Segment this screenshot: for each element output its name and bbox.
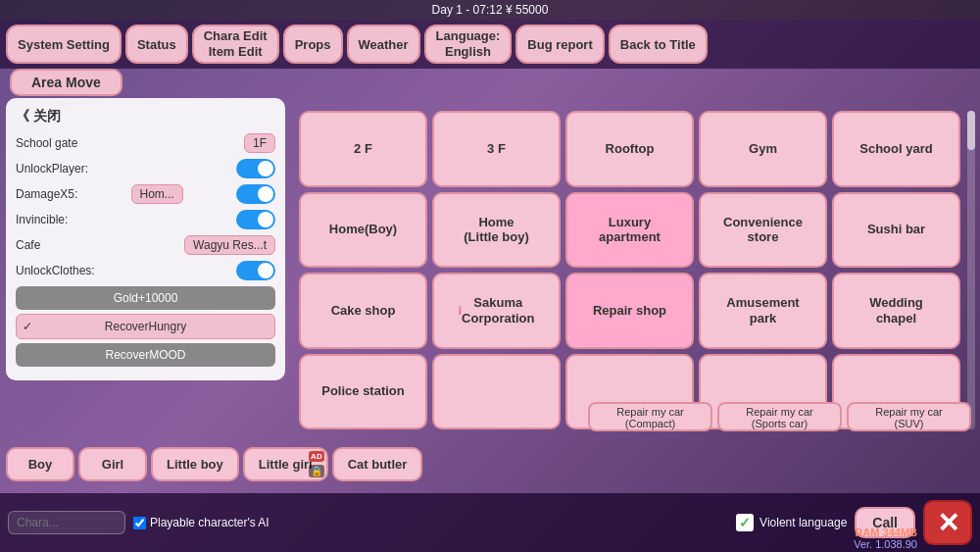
char-girl-btn[interactable]: Girl xyxy=(78,447,147,481)
location-grid-wrapper: 2 F 3 F Rooftop Gym School yard Home(Boy… xyxy=(294,106,965,434)
loc-sakuma-corp[interactable]: i SakumaCorporation xyxy=(432,273,561,349)
gold-button[interactable]: Gold+10000 xyxy=(16,286,275,310)
loc-sushi-bar[interactable]: Sushi bar xyxy=(832,192,960,269)
school-gate-label: School gate xyxy=(16,136,77,150)
invincible-label: Invincible: xyxy=(16,213,68,226)
scroll-thumb[interactable] xyxy=(967,111,975,150)
char-cat-butler-btn[interactable]: Cat butler xyxy=(332,447,423,481)
loc-gym[interactable]: Gym xyxy=(699,111,827,187)
recover-mood-button[interactable]: RecoverMOOD xyxy=(16,343,275,367)
loc-3f[interactable]: 3 F xyxy=(432,111,561,187)
area-panel: Area Move 《 关闭 School gate 1F UnlockPlay… xyxy=(0,69,980,552)
loc-school-yard[interactable]: School yard xyxy=(832,111,960,187)
unlock-player-label: UnlockPlayer: xyxy=(16,162,88,176)
top-bar: Day 1 - 07:12 ¥ 55000 xyxy=(0,0,980,20)
unlock-player-toggle[interactable] xyxy=(236,159,275,178)
system-setting-button[interactable]: System Setting xyxy=(6,25,122,64)
ad-badge: AD xyxy=(309,451,324,462)
repair-sports-btn[interactable]: Repair my car(Sports car) xyxy=(717,402,842,431)
loc-repair-shop[interactable]: Repair shop xyxy=(565,273,694,349)
back-to-title-button[interactable]: Back to Title xyxy=(609,25,708,64)
loc-2f[interactable]: 2 F xyxy=(299,111,427,187)
loc-home-boy[interactable]: Home(Boy) xyxy=(299,192,427,269)
repair-suv-btn[interactable]: Repair my car(SUV) xyxy=(847,402,971,431)
lock-icon: 🔒 xyxy=(309,465,324,477)
header-row: System Setting Status Chara EditItem Edi… xyxy=(0,20,980,69)
weather-button[interactable]: Weather xyxy=(347,25,420,64)
char-row: Boy Girl Little boy Little girl 🔒 AD Cat… xyxy=(0,434,980,493)
loc-convenience-store[interactable]: Conveniencestore xyxy=(699,192,827,269)
day-money-info: Day 1 - 07:12 ¥ 55000 xyxy=(432,3,549,17)
status-button[interactable]: Status xyxy=(125,25,188,64)
area-move-label: Area Move xyxy=(10,69,122,96)
scrollbar[interactable] xyxy=(967,111,975,429)
repair-compact-btn[interactable]: Repair my car(Compact) xyxy=(588,402,712,431)
cafe-label: Cafe xyxy=(16,238,40,252)
unlock-clothes-label: UnlockClothes: xyxy=(16,264,95,277)
location-grid: 2 F 3 F Rooftop Gym School yard Home(Boy… xyxy=(294,106,965,434)
bug-report-button[interactable]: Bug report xyxy=(515,25,604,64)
chara-item-edit-button[interactable]: Chara EditItem Edit xyxy=(192,25,279,64)
settings-close-btn[interactable]: 《 关闭 xyxy=(16,108,275,125)
loc-home-little-boy[interactable]: Home(Little boy) xyxy=(432,192,561,269)
invincible-toggle[interactable] xyxy=(236,210,275,229)
language-button[interactable]: Language:English xyxy=(424,25,513,64)
loc-rooftop[interactable]: Rooftop xyxy=(565,111,694,187)
repair-row: Repair my car(Compact) Repair my car(Spo… xyxy=(294,399,976,434)
loc-luxury-apartment[interactable]: Luxuryapartment xyxy=(565,192,694,269)
unlock-clothes-toggle[interactable] xyxy=(236,261,275,280)
cafe-value: Wagyu Res...t xyxy=(184,235,275,255)
recover-hungry-button[interactable]: RecoverHungry xyxy=(16,314,275,339)
damagex5-toggle[interactable] xyxy=(236,184,275,204)
props-button[interactable]: Props xyxy=(283,25,343,64)
school-gate-value: 1F xyxy=(244,133,275,153)
char-little-girl-btn[interactable]: Little girl 🔒 AD xyxy=(243,447,328,481)
loc-wedding-chapel[interactable]: Weddingchapel xyxy=(832,273,960,349)
settings-panel: 《 关闭 School gate 1F UnlockPlayer: Damage… xyxy=(6,98,285,380)
char-boy-btn[interactable]: Boy xyxy=(6,447,74,481)
char-little-boy-btn[interactable]: Little boy xyxy=(151,447,239,481)
loc-amusement-park[interactable]: Amusementpark xyxy=(699,273,827,349)
damagex5-label: DamageX5: xyxy=(16,187,77,201)
damagex5-value: Hom... xyxy=(131,184,183,204)
loc-cake-shop[interactable]: Cake shop xyxy=(299,273,427,349)
